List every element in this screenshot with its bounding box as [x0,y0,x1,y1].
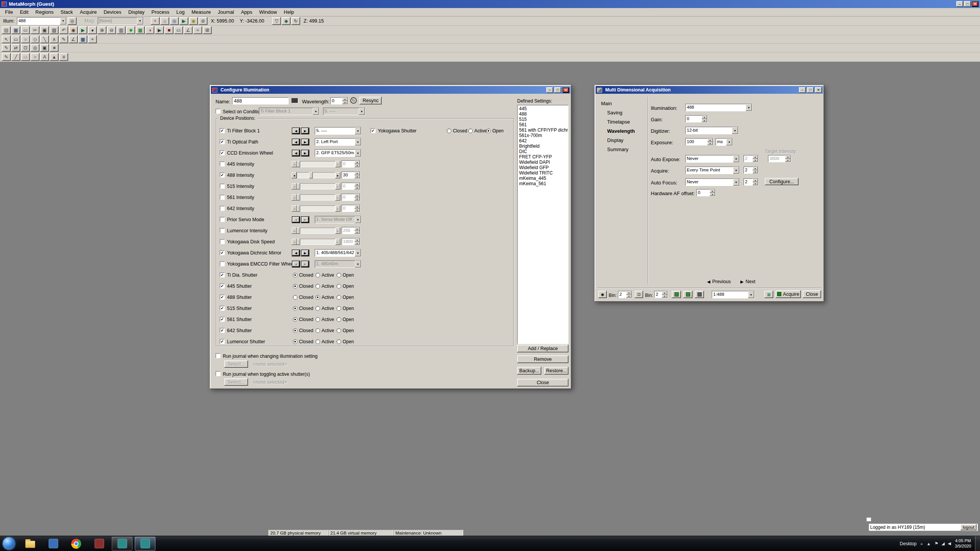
play-journal-icon[interactable]: ▶ [155,26,164,34]
488-shutter-open-radio[interactable]: Open [336,295,354,300]
defined-setting-item[interactable]: Widefield GFP [518,165,568,170]
prior-servo-mode-next-button[interactable]: ▶ [301,216,309,223]
defined-setting-item[interactable]: FRET CFP-YFP [518,154,568,160]
445-intensity-spinner[interactable]: 0▲▼ [341,160,360,168]
spin-down-icon[interactable]: ▼ [342,101,348,104]
defined-setting-item[interactable]: 561 [518,122,568,127]
ci-maximize-button[interactable]: □ [554,87,561,93]
445-shutter-checkbox[interactable]: ✔ [220,284,225,289]
spin-up-icon[interactable]: ▲ [707,139,713,142]
ti-dia-shutter-open-radio[interactable]: Open [336,272,354,278]
ti-optical-path-dropdown[interactable]: 2. Left Port▼ [315,138,361,146]
spinner-arrows[interactable]: ▲▼ [753,179,758,185]
defined-setting-item[interactable]: 642 [518,138,568,143]
defined-setting-item[interactable]: mKeima_561 [518,181,568,186]
488-intensity-slider[interactable]: ◀▶ [292,172,340,178]
defined-setting-item[interactable]: 515 [518,117,568,122]
spin-down-icon[interactable]: ▼ [662,295,667,298]
slider-right-icon[interactable]: ▶ [335,194,340,201]
dropdown-arrow-icon[interactable]: ▼ [313,108,319,115]
menu-acquire[interactable]: Acquire [77,8,100,16]
camera-icon-button[interactable]: ◉ [598,291,607,298]
yokogawa-dichroic-mirror-dropdown[interactable]: 1. 405/488/561/642▼ [315,249,361,257]
snap-icon[interactable]: ● [88,26,97,34]
dev-tool-icon[interactable] [43,537,64,551]
642-shutter-active-radio[interactable]: Active [315,328,334,333]
apps-icon[interactable]: ⊞ [203,26,212,34]
yokogawa-emccd-filter-wheel-dropdown[interactable]: 1. 480/40m▼ [315,260,361,268]
menu-process[interactable]: Process [148,8,173,16]
configure-illumination-titlebar[interactable]: Configure Illumination – □ ✕ [211,86,570,94]
515-shutter-checkbox[interactable]: ✔ [220,306,225,311]
lamp-icon[interactable]: ◉ [189,17,198,25]
561-intensity-spinner[interactable]: 0▲▼ [341,194,360,201]
spinner-arrows[interactable]: ▲▼ [626,291,632,298]
imaging-app-icon[interactable] [89,537,109,551]
gain-spinner[interactable]: 0▲▼ [685,115,707,122]
yokogawa-emccd-filter-wheel-prev-button[interactable]: ◀ [292,261,300,267]
menu-file[interactable]: File [2,8,16,16]
slider-track[interactable] [297,239,335,245]
edit-region-icon[interactable]: + [88,36,97,43]
measure-icon[interactable]: ∠ [184,26,193,34]
acquire-image-icon[interactable]: ◉ [69,26,78,34]
acquire-mode-dropdown[interactable]: Every Time Point▼ [685,166,740,174]
journal-change-checkbox[interactable] [216,353,220,358]
ti-filter-block-1-next-button[interactable]: ▶ [301,127,309,134]
tray-expand-icon[interactable]: ▲ [926,541,931,546]
select-on-condition-checkbox[interactable] [216,109,220,114]
objective-icon[interactable]: ▽ [272,17,281,25]
stop-journal-icon[interactable]: ■ [165,26,173,34]
trace-tool-icon[interactable]: ✎ [2,44,11,52]
slider-right-icon[interactable]: ▶ [335,183,340,189]
rectangle-region-icon[interactable]: ▭ [11,36,20,43]
metamorph-window-2-icon[interactable] [135,537,155,551]
defined-setting-item[interactable]: 445 [518,106,568,111]
app-minimize-button[interactable]: – [956,1,963,7]
slider-left-icon[interactable]: ◀ [292,161,297,167]
ti-optical-path-prev-button[interactable]: ◀ [292,139,300,145]
threshold-icon[interactable]: ◑ [145,26,154,34]
mda-nav-timelapse[interactable]: Timelapse [607,119,630,125]
yokogawa-disk-speed-spinner[interactable]: 1800▲▼ [341,238,360,245]
journal-toggle-select-button[interactable]: Select... [224,378,248,386]
shutter-toggle-icon[interactable]: ⊘ [199,17,207,25]
ci-minimize-button[interactable]: – [546,87,553,93]
dropdown-arrow-icon[interactable]: ▼ [355,261,361,267]
camera-select-1-button[interactable] [672,291,681,298]
561-shutter-closed-radio[interactable]: Closed [293,317,313,322]
app-close-button[interactable]: ✕ [972,1,978,7]
spin-down-icon[interactable]: ▼ [354,164,360,168]
menu-apps[interactable]: Apps [237,8,256,16]
ti-filter-block-1-prev-button[interactable]: ◀ [292,127,300,134]
slider-left-icon[interactable]: ◀ [292,183,297,189]
acquire-count-spinner[interactable]: 2▲▼ [743,166,758,174]
lumencor-shutter-closed-radio[interactable]: Closed [293,339,313,344]
ti-dia-shutter-active-radio[interactable]: Active [315,272,334,278]
print-icon[interactable]: ▭ [21,26,30,34]
network-icon[interactable]: ◢ [941,541,944,546]
ti-dia-shutter-closed-radio[interactable]: Closed [293,272,313,278]
spin-down-icon[interactable]: ▼ [753,182,758,186]
polyline-region-icon[interactable]: ∧ [50,36,59,43]
slider-thumb[interactable] [309,172,313,178]
642-shutter-closed-radio[interactable]: Closed [293,328,313,333]
overlay-icon[interactable]: ▩ [136,26,145,34]
spin-up-icon[interactable]: ▲ [785,155,791,159]
copy-icon[interactable]: ▣ [40,26,49,34]
488-shutter-checkbox[interactable]: ✔ [220,295,225,300]
spin-up-icon[interactable]: ▲ [354,194,360,197]
desktop-chevron-icon[interactable]: » [920,541,923,546]
defined-setting-item[interactable]: 488 [518,111,568,117]
spinner-arrows[interactable]: ▲▼ [342,98,348,104]
slider-left-icon[interactable]: ◀ [292,205,297,212]
show-live-icon[interactable]: ▶ [78,26,87,34]
slider-left-icon[interactable]: ◀ [292,228,297,234]
defined-setting-item[interactable]: Brightfield [518,143,568,149]
menu-stack[interactable]: Stack [57,8,77,16]
journal-toggle-checkbox[interactable] [216,371,220,376]
spinner-arrows[interactable]: ▲▼ [354,183,360,189]
dropdown-arrow-icon[interactable]: ▼ [355,249,361,256]
chrome-icon[interactable] [66,537,87,551]
slider-right-icon[interactable]: ▶ [335,228,340,234]
